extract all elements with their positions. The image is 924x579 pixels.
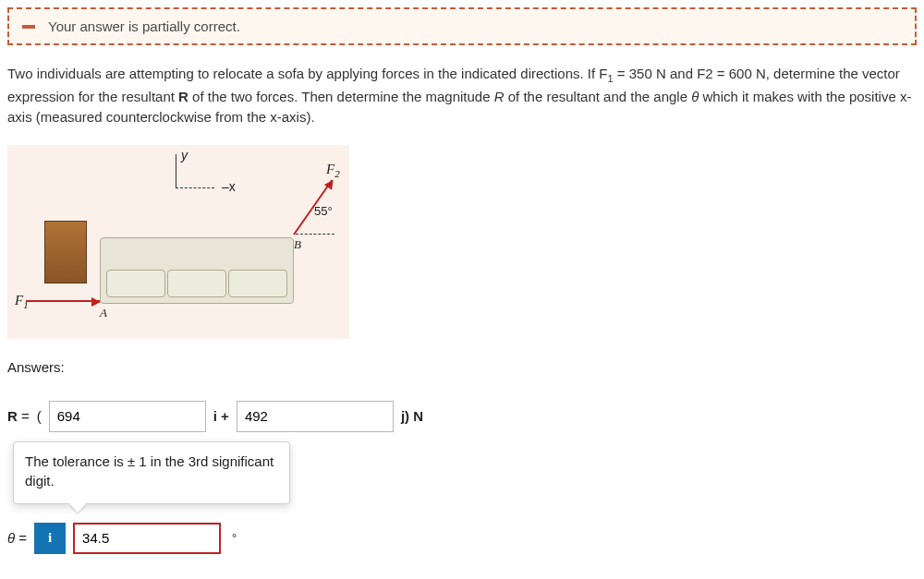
theta-label: θ = — [7, 530, 27, 546]
force-f1-arrow — [26, 300, 100, 302]
text: of the two forces. Then determine the ma… — [188, 89, 494, 104]
theta-input[interactable] — [73, 523, 221, 554]
sofa-icon — [100, 237, 294, 304]
answer-row-theta: θ = i ° — [7, 523, 917, 554]
x-axis — [176, 187, 214, 188]
minus-icon — [22, 25, 35, 29]
italic-r: R — [494, 89, 505, 104]
angle-55: 55° — [314, 204, 333, 218]
chair-icon — [44, 221, 87, 283]
force-f1-label: F1 — [15, 293, 29, 310]
y-axis — [176, 154, 176, 187]
feedback-text: Your answer is partially correct. — [48, 18, 240, 34]
y-label: y — [181, 148, 188, 163]
angle-baseline — [296, 234, 334, 235]
tolerance-text: The tolerance is ± 1 in the 3rd signific… — [25, 453, 274, 489]
bold-r: R — [178, 89, 188, 104]
r-i-input[interactable] — [49, 401, 206, 432]
text: of the resultant and the angle — [505, 89, 692, 104]
point-a: A — [100, 306, 107, 320]
problem-statement: Two individuals are attempting to reloca… — [7, 64, 917, 128]
info-icon[interactable]: i — [34, 523, 66, 554]
sofa-diagram: y –x F1 A F2 55° B — [7, 145, 349, 339]
degree-symbol: ° — [232, 531, 237, 545]
answers-heading: Answers: — [7, 359, 917, 375]
feedback-banner: Your answer is partially correct. — [7, 7, 917, 45]
i-plus: i + — [213, 408, 229, 424]
tolerance-tooltip: The tolerance is ± 1 in the 3rd signific… — [13, 441, 290, 504]
x-label: –x — [222, 179, 236, 194]
answer-row-r: R = ( i + j) N — [7, 401, 917, 432]
r-j-input[interactable] — [237, 401, 394, 432]
text: Two individuals are attempting to reloca… — [7, 66, 608, 81]
paren-open: ( — [37, 408, 42, 424]
force-f2-label: F2 — [326, 162, 340, 179]
r-label: R = — [7, 408, 30, 424]
point-b: B — [294, 237, 301, 252]
j-close: j) N — [401, 408, 423, 424]
